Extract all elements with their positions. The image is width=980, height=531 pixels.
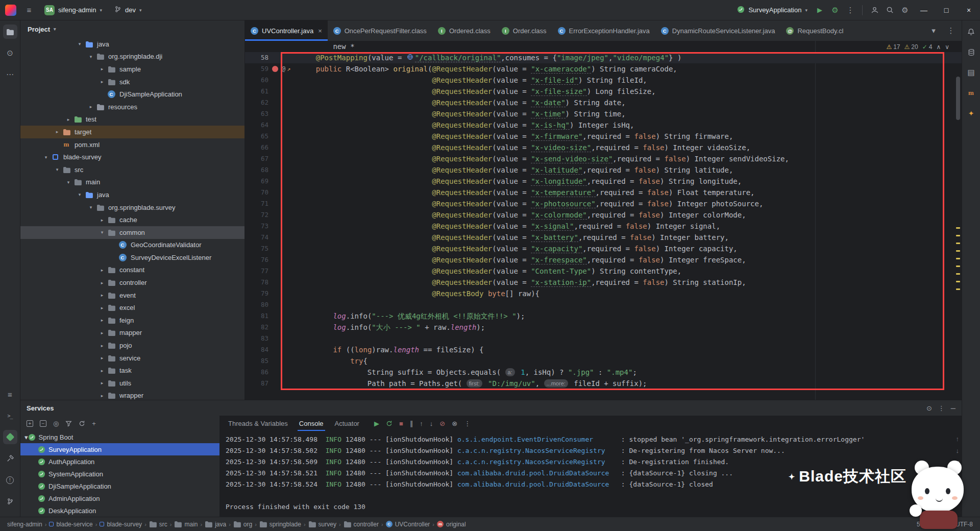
code-text[interactable]: @RequestHeader(value = "x-latitude",requ… — [299, 164, 733, 176]
menu-icon[interactable]: ≡ — [21, 3, 37, 18]
chevron-right-icon[interactable]: ▸ — [98, 368, 106, 373]
chevron-right-icon[interactable]: ▸ — [98, 280, 106, 285]
chevron-down-icon[interactable]: ▾ — [64, 180, 72, 185]
breadcrumb-item-uvcontroller[interactable]: CUVController — [386, 521, 430, 528]
tree-item-surveydeviceexcellistener[interactable]: CSurveyDeviceExcelListener — [20, 251, 244, 264]
breadcrumb-item-org[interactable]: org — [233, 521, 252, 528]
tree-item-org-springblade-dji[interactable]: ▾org.springblade.dji — [20, 51, 244, 63]
tree-item-geocoordinatevalidator[interactable]: CGeoCoordinateValidator — [20, 239, 244, 252]
line-number[interactable]: 83 — [245, 333, 268, 344]
service-item-deskapplication[interactable]: DeskApplication — [20, 504, 219, 517]
code-text[interactable]: @RequestHeader(value = "x-battery",requi… — [299, 232, 729, 243]
database-icon[interactable] — [964, 45, 978, 59]
tree-item-src[interactable]: ▾src — [20, 163, 244, 176]
tree-item-event[interactable]: ▸event — [20, 289, 244, 302]
line-number[interactable]: 87 — [245, 378, 268, 389]
code-text[interactable]: @RequestHeader(value = "x-send-video-siz… — [299, 153, 789, 164]
code-text[interactable]: @RequestHeader(value = "x-video-size",re… — [299, 142, 750, 153]
close-icon[interactable]: × — [318, 27, 322, 35]
line-number[interactable]: 63 — [245, 108, 268, 119]
chevron-right-icon[interactable]: ▸ — [98, 218, 106, 223]
line-number[interactable]: 73 — [245, 221, 268, 232]
code-text[interactable]: @RequestHeader(value = "x-is-hq") Intege… — [299, 119, 634, 131]
tree-item-sample[interactable]: ▸sample — [20, 63, 244, 76]
service-item-spring-boot[interactable]: ▾Spring Boot — [20, 431, 219, 443]
code-text[interactable]: try{ — [299, 355, 368, 367]
project-tool-header[interactable]: Project ▾ — [20, 20, 244, 38]
line-number[interactable]: 69 — [245, 176, 268, 187]
code-editor[interactable]: new *58 @PostMapping(value = "/callback/… — [245, 41, 962, 400]
code-text[interactable]: public R<Boolean> original(@RequestHeade… — [299, 63, 677, 75]
filter-icon[interactable] — [65, 420, 72, 427]
breadcrumb-item-survey[interactable]: survey — [308, 521, 336, 528]
tree-item-excel[interactable]: ▸excel — [20, 301, 244, 314]
code-text[interactable]: @RequestBody byte[] raw){ — [299, 288, 540, 299]
tree-item-constant[interactable]: ▸constant — [20, 264, 244, 277]
todo-icon[interactable]: ≡ — [3, 387, 17, 401]
tree-item-controller[interactable]: ▸controller — [20, 276, 244, 289]
update-icon[interactable] — [386, 420, 393, 427]
chevron-right-icon[interactable]: ▸ — [98, 66, 106, 71]
editor-scrollbar[interactable] — [954, 41, 962, 400]
code-text[interactable]: new * — [299, 41, 355, 52]
tree-item-feign[interactable]: ▸feign — [20, 314, 244, 327]
code-text[interactable]: Path path = Paths.get( first: "D:/img/uv… — [299, 378, 647, 389]
code-text[interactable]: @RequestHeader(value = "x-signal",requir… — [299, 221, 720, 232]
add-icon[interactable]: + — [92, 420, 96, 427]
settings-icon[interactable]: ⚙ — [897, 3, 913, 18]
breadcrumb-item-controller[interactable]: controller — [344, 521, 379, 528]
annotation-gutter-icon[interactable]: @ — [282, 63, 285, 75]
chevron-right-icon[interactable]: ▸ — [98, 330, 106, 335]
code-text[interactable]: @RequestHeader(value = "x-time") String … — [299, 108, 626, 119]
chevron-right-icon[interactable]: ▸ — [98, 79, 106, 84]
line-number[interactable]: 84 — [245, 344, 268, 355]
eye-icon[interactable]: ◎ — [53, 420, 59, 427]
minimize-button[interactable]: — — [913, 0, 935, 20]
user-icon[interactable] — [867, 3, 882, 18]
chevron-right-icon[interactable]: ▸ — [98, 380, 106, 385]
chevron-down-icon[interactable]: ▾ — [87, 54, 95, 59]
tab-onceperrequestfilter-class[interactable]: COncePerRequestFilter.class — [328, 20, 432, 41]
breakpoint-icon[interactable] — [272, 66, 278, 72]
version-control-icon[interactable] — [3, 494, 17, 509]
service-item-authapplication[interactable]: AuthApplication — [20, 455, 219, 468]
service-item-adminapplication[interactable]: AdminApplication — [20, 492, 219, 504]
chevron-right-icon[interactable]: ▸ — [98, 343, 106, 348]
tree-item-test[interactable]: ▸test — [20, 113, 244, 126]
line-number[interactable]: 75 — [245, 243, 268, 254]
scrollbar-thumb[interactable] — [956, 77, 960, 120]
tab-errorexceptionhandler-java[interactable]: CErrorExceptionHandler.java — [552, 20, 655, 41]
run-button[interactable]: ▶ — [812, 3, 827, 18]
chevron-down-icon[interactable]: ▾ — [76, 192, 84, 197]
tree-item-utils[interactable]: ▸utils — [20, 377, 244, 390]
services-gear-icon[interactable]: ⚙ — [827, 3, 843, 18]
service-item-surveyapplication[interactable]: SurveyApplication — [20, 443, 219, 455]
stop-icon[interactable]: ■ — [399, 420, 403, 427]
hide-icon[interactable]: ─ — [951, 404, 955, 412]
code-text[interactable]: @RequestHeader(value = "x-date") String … — [299, 97, 626, 108]
weak-warning-icon[interactable]: ⚠20 — [904, 43, 918, 51]
line-number[interactable]: 66 — [245, 142, 268, 153]
code-text[interactable]: @RequestHeader(value = "x-file-id") Stri… — [299, 75, 647, 86]
breadcrumb-item-original[interactable]: moriginal — [437, 521, 466, 528]
notifications-icon[interactable] — [964, 25, 978, 39]
scroll-up-icon[interactable]: ↑ — [420, 420, 423, 427]
line-number[interactable]: 60 — [245, 75, 268, 86]
line-number[interactable]: 59 — [245, 63, 268, 75]
tab-uvcontroller-java[interactable]: CUVController.java× — [245, 20, 328, 41]
tab-ordered-class[interactable]: IOrdered.class — [432, 20, 496, 41]
line-number[interactable]: 64 — [245, 119, 268, 131]
line-number[interactable]: 81 — [245, 310, 268, 322]
line-number[interactable]: 82 — [245, 322, 268, 333]
pause-icon[interactable]: ∥ — [410, 420, 413, 427]
tree-item-sdk[interactable]: ▸sdk — [20, 76, 244, 88]
tree-item-djisampleapplication[interactable]: CDjiSampleApplication — [20, 88, 244, 101]
more-vertical-icon[interactable]: ⋮ — [464, 420, 471, 427]
project-icon[interactable] — [3, 25, 17, 39]
tree-item-wrapper[interactable]: ▸wrapper — [20, 390, 244, 400]
line-number[interactable]: 77 — [245, 266, 268, 277]
dependencies-icon[interactable]: ▤ — [964, 65, 978, 80]
tree-item-pom-xml[interactable]: mpom.xml — [20, 138, 244, 151]
tab-threads-variables[interactable]: Threads & Variables — [223, 416, 293, 431]
line-number[interactable]: 86 — [245, 367, 268, 378]
